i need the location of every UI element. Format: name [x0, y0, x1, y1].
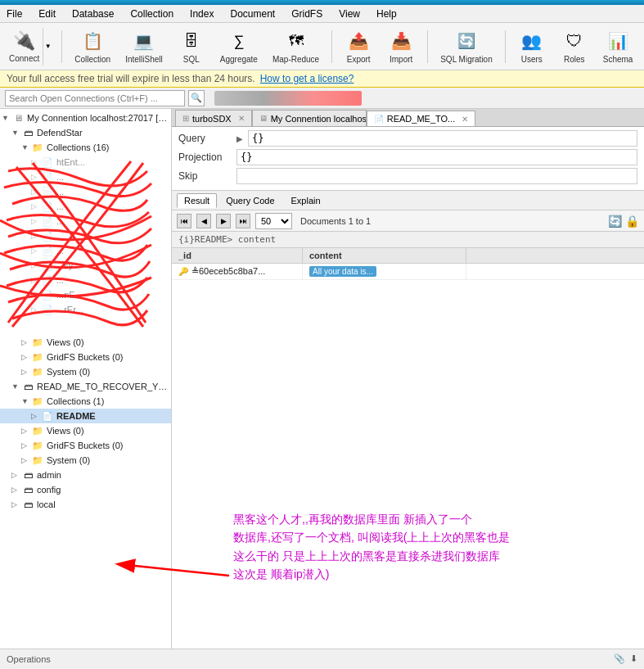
menu-database[interactable]: Database	[69, 7, 117, 20]
tree-col-10[interactable]: ▷ 📄 ...nE...	[0, 287, 171, 302]
tree-collections16[interactable]: ▼ 📁 Collections (16)	[0, 140, 171, 155]
sql-button[interactable]: 🗄 SQL	[173, 25, 209, 67]
menu-bar: File Edit Database Collection Index Docu…	[0, 5, 644, 23]
connect-button[interactable]: 🔌 Connect ▼	[5, 27, 53, 66]
tree-col-4[interactable]: ▷ 📄 ...	[0, 199, 171, 214]
operations-label: Operations	[7, 654, 51, 664]
sqlmigration-icon: 🔄	[453, 28, 480, 54]
tree-arrow-connection: ▼	[2, 114, 11, 122]
import-button[interactable]: 📥 Import	[383, 25, 419, 67]
tree-defendstar[interactable]: ▼ 🗃 DefendStar	[0, 125, 171, 140]
tree-gridfs0[interactable]: ▷ 📁 GridFS Buckets (0)	[0, 350, 171, 364]
redacted-collections: ▷ 📄 htEnt... ▷ 📄 ... ▷ 📄 ... ▷ 📄	[0, 155, 171, 335]
local-label: local	[37, 499, 56, 509]
tree-system0b[interactable]: ▷ 📁 System (0)	[0, 453, 171, 468]
page-size-select[interactable]: 50 10 25 100 200	[255, 213, 292, 229]
data-grid: _id content 🔑 ≜60eceb5c8ba7... All your …	[172, 248, 644, 649]
license-link[interactable]: How to get a license?	[260, 73, 354, 84]
connect-dropdown-arrow[interactable]: ▼	[43, 28, 52, 66]
export-button[interactable]: 📤 Export	[340, 25, 376, 67]
paperclip-icon[interactable]: 📎	[614, 653, 625, 664]
tree-col-6[interactable]: ▷ 📄 ...	[0, 228, 171, 243]
col-header-id: _id	[172, 248, 303, 263]
tree-system0[interactable]: ▷ 📁 System (0)	[0, 364, 171, 379]
toolbar-divider-2	[331, 30, 332, 63]
readme-collection-icon: 📄	[41, 409, 54, 423]
search-input[interactable]	[5, 90, 185, 106]
tab-turbodsx-close[interactable]: ✕	[238, 114, 245, 123]
tree-col-3[interactable]: ▷ 📄 ...	[0, 184, 171, 199]
tree-readme-db[interactable]: ▼ 🗃 READ_ME_TO_RECOVER_YOUR_DATA	[0, 379, 171, 394]
users-button[interactable]: 👥 Users	[514, 25, 550, 67]
table-row[interactable]: 🔑 ≜60eceb5c8ba7... All your data is...	[172, 264, 644, 280]
result-icon-lock[interactable]: 🔒	[625, 215, 639, 228]
menu-collection[interactable]: Collection	[127, 7, 177, 20]
tab-readme-icon: 📄	[374, 115, 384, 124]
tree-col-1[interactable]: ▷ 📄 htEnt...	[0, 155, 171, 170]
trial-text: Your full access free trial will expire …	[7, 73, 255, 84]
menu-index[interactable]: Index	[187, 7, 217, 20]
result-tab-explain[interactable]: Explain	[284, 193, 328, 208]
result-tab-result[interactable]: Result	[177, 193, 217, 208]
views0b-label: Views (0)	[47, 426, 84, 436]
users-icon: 👥	[519, 28, 545, 54]
tab-turbodsx[interactable]: ⊞ turboSDX ✕	[175, 110, 252, 126]
tree-readme-collection[interactable]: ▷ 📄 README	[0, 409, 171, 423]
query-arrow: ▶	[236, 134, 243, 143]
search-button[interactable]: 🔍	[188, 90, 205, 106]
tree-col-11[interactable]: ▷ 📄 ...rEr...	[0, 302, 171, 317]
skip-input[interactable]	[236, 168, 637, 184]
tree-views0[interactable]: ▷ 📁 Views (0)	[0, 335, 171, 350]
result-icon-refresh[interactable]: 🔄	[608, 215, 622, 228]
aggregate-button[interactable]: ∑ Aggregate	[216, 25, 262, 67]
tab-connection[interactable]: 🖥 My Connention localhost:27017 [direct]…	[252, 110, 367, 126]
tree-config[interactable]: ▷ 🗃 config	[0, 482, 171, 497]
tree-local[interactable]: ▷ 🗃 local	[0, 497, 171, 512]
collections1-icon: 📁	[31, 395, 44, 408]
cell-content: All your data is...	[303, 264, 466, 279]
export-icon: 📤	[345, 28, 372, 54]
tree-views0b[interactable]: ▷ 📁 Views (0)	[0, 423, 171, 438]
projection-input[interactable]	[236, 149, 637, 165]
nav-prev[interactable]: ◀	[196, 214, 211, 228]
tree-col-7[interactable]: ▷ 📄 ...	[0, 243, 171, 258]
menu-file[interactable]: File	[3, 7, 25, 20]
tree-collections1[interactable]: ▼ 📁 Collections (1)	[0, 394, 171, 409]
result-tab-querycode[interactable]: Query Code	[218, 193, 281, 208]
nav-first[interactable]: ⏮	[177, 214, 191, 228]
menu-document[interactable]: Document	[227, 7, 278, 20]
tab-connection-label: My Connention localhost:27017 [direct]	[271, 114, 367, 124]
tree-col-2[interactable]: ▷ 📄 ...	[0, 170, 171, 184]
schema-button[interactable]: 📊 Schema	[599, 25, 637, 67]
menu-edit[interactable]: Edit	[35, 7, 59, 20]
tree-col-9[interactable]: ▷ 📄 ...	[0, 273, 171, 287]
download-icon[interactable]: ⬇	[630, 653, 637, 664]
key-icon: 🔑	[178, 267, 188, 276]
collection-button[interactable]: 📋 Collection	[70, 25, 115, 67]
tree-col-5[interactable]: ▷ 📄 ...	[0, 214, 171, 228]
roles-button[interactable]: 🛡 Roles	[556, 25, 592, 67]
tree-arrow-readme: ▷	[31, 412, 41, 420]
sqlmigration-button[interactable]: 🔄 SQL Migration	[436, 25, 497, 67]
tree-col-8[interactable]: ▷ 📄 ...ity	[0, 258, 171, 273]
intellishell-icon: 💻	[131, 28, 157, 54]
tab-readme-close[interactable]: ✕	[462, 115, 468, 124]
connection-icon: 🖥	[11, 111, 25, 124]
tab-readme[interactable]: 📄 READ_ME_TO... ✕	[367, 111, 476, 127]
roles-icon: 🛡	[561, 28, 588, 54]
mapreduce-button[interactable]: 🗺 Map-Reduce	[268, 25, 323, 67]
menu-view[interactable]: View	[336, 7, 363, 20]
menu-gridfs[interactable]: GridFS	[288, 7, 326, 20]
menu-help[interactable]: Help	[373, 7, 400, 20]
tree-connection[interactable]: ▼ 🖥 My Connention localhost:27017 [direc…	[0, 111, 171, 125]
tree-admin[interactable]: ▷ 🗃 admin	[0, 468, 171, 482]
toolbar-divider-1	[61, 30, 62, 63]
tree-gridfs0b[interactable]: ▷ 📁 GridFS Buckets (0)	[0, 438, 171, 453]
intellishell-button[interactable]: 💻 IntelliShell	[121, 25, 167, 67]
tab-turbodsx-label: turboSDX	[192, 114, 232, 124]
nav-next[interactable]: ▶	[216, 214, 231, 228]
views0-label: Views (0)	[47, 337, 84, 347]
nav-last[interactable]: ⏭	[236, 214, 250, 228]
left-panel: ▼ 🖥 My Connention localhost:27017 [direc…	[0, 109, 172, 649]
query-input[interactable]	[248, 130, 637, 147]
